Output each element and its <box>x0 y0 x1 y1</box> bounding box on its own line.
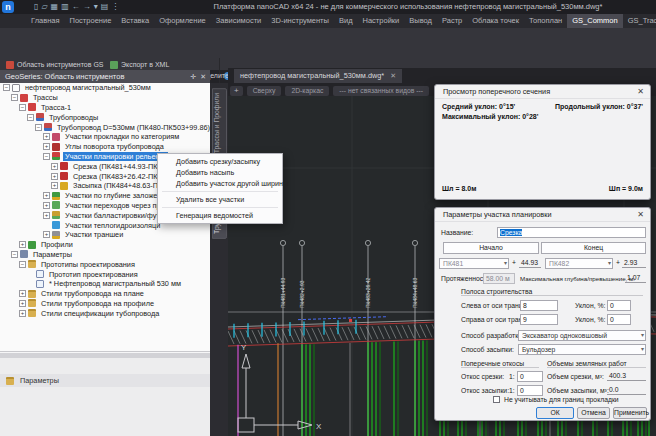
tree-expander[interactable]: + <box>43 143 50 150</box>
start-offset-field[interactable]: 44.93 <box>519 258 541 268</box>
document-tab[interactable]: нефтепровод магистральный_530мм.dwg* ✕ <box>234 69 402 83</box>
tree-item[interactable]: +Стили трубопровода на плане <box>0 289 210 299</box>
end-button[interactable]: Конец <box>541 242 646 254</box>
cancel-button[interactable]: Отмена <box>577 407 610 419</box>
menu-tab-3D-инструменты[interactable]: 3D-инструменты <box>266 14 334 28</box>
new-tab-button[interactable]: + <box>230 86 243 96</box>
tree-item[interactable]: +Участки прокладки по категориям <box>0 132 210 142</box>
ribbon-button[interactable]: Область инструментов GS <box>6 59 104 70</box>
context-menu-item[interactable]: Генерация ведомостей <box>158 210 282 221</box>
dev-method-combo[interactable]: Экскаватор одноковшовый▾ <box>518 330 646 341</box>
right-slope-input[interactable]: 0 <box>607 314 631 325</box>
end-station-combo[interactable]: ПК482▾ <box>545 258 613 269</box>
menu-tab-GS_Trace[interactable]: GS_Trace <box>623 14 656 28</box>
pin-icon[interactable]: ✛ <box>190 70 196 83</box>
menu-tab-Вставка[interactable]: Вставка <box>116 14 154 28</box>
history-dropdown-icon[interactable]: ▾ <box>94 0 98 14</box>
tree-item[interactable]: −Трубопровод D=530мм (ПК480-ПК503+99.86) <box>0 122 210 132</box>
tree-expander[interactable]: + <box>19 241 26 248</box>
tree-item[interactable]: +Профили <box>0 240 210 250</box>
context-menu-item[interactable]: Добавить срезку/засыпку <box>158 156 282 167</box>
name-input[interactable]: Срезка <box>497 227 646 238</box>
menu-tab-Облака точек[interactable]: Облака точек <box>467 14 524 28</box>
tree-item[interactable]: −нефтепровод магистральный_530мм <box>0 83 210 93</box>
ignore-bounds-checkbox[interactable]: Не учитывать для границ прокладки <box>493 396 619 403</box>
menu-tab-Вид[interactable]: Вид <box>334 14 358 28</box>
tree-expander[interactable]: + <box>19 300 26 307</box>
save-icon[interactable]: ▦ <box>51 0 59 14</box>
close-icon[interactable]: ✕ <box>637 87 644 96</box>
apply-button[interactable]: Применить <box>613 407 647 419</box>
start-station-combo[interactable]: ПК481▾ <box>439 258 509 269</box>
new-file-icon[interactable]: ▯ <box>34 0 38 14</box>
ribbon-button[interactable]: Экспорт в XML <box>110 59 169 70</box>
tree-item[interactable]: −Трубопроводы <box>0 112 210 122</box>
context-menu-item[interactable]: Добавить участок другой ширины <box>158 178 282 189</box>
fill-slope-input[interactable]: 0 <box>517 385 543 396</box>
tree-expander[interactable]: + <box>19 290 26 297</box>
menu-tab-Зависимости[interactable]: Зависимости <box>211 14 267 28</box>
tree-item[interactable]: −Параметры <box>0 250 210 260</box>
tree-expander[interactable]: − <box>11 94 18 101</box>
redo-icon[interactable]: → <box>83 0 91 14</box>
tree-expander[interactable]: − <box>35 124 42 131</box>
right-offset-input[interactable]: 9 <box>520 314 558 325</box>
tree-expander[interactable]: − <box>27 114 34 121</box>
start-button[interactable]: Начало <box>443 242 539 254</box>
tree-item[interactable]: +Стили трубопровода на профиле <box>0 299 210 309</box>
tree-expander[interactable]: + <box>43 231 50 238</box>
view-button---- нет связанных видов ---[interactable]: --- нет связанных видов --- <box>333 86 429 96</box>
menu-tab-Главная[interactable]: Главная <box>26 14 65 28</box>
cut-slope-input[interactable]: 0 <box>517 371 543 382</box>
tree-expander[interactable]: + <box>43 133 50 140</box>
tree-expander[interactable]: + <box>19 310 26 317</box>
menu-tab-Растр[interactable]: Растр <box>437 14 467 28</box>
menu-tab-Настройки[interactable]: Настройки <box>358 14 405 28</box>
menu-tab-Оформление[interactable]: Оформление <box>154 14 211 28</box>
view-button-2D-каркас[interactable]: 2D-каркас <box>285 86 329 96</box>
menu-tab-Топоплан[interactable]: Топоплан <box>524 14 567 28</box>
tree-expander[interactable]: + <box>43 202 50 209</box>
parameters-panel-header[interactable]: Параметры <box>0 374 210 387</box>
tree-expander[interactable]: − <box>43 153 50 160</box>
end-offset-field[interactable]: 2.93 <box>622 258 646 268</box>
print-icon[interactable]: ▤ <box>101 0 109 14</box>
tree-item[interactable]: +Участки траншеи <box>0 230 210 240</box>
side-tab-Трассы и Профили[interactable]: Трассы и Профили <box>212 88 227 158</box>
tree-expander[interactable]: + <box>51 182 58 189</box>
max-depth-field[interactable]: 1.07 <box>625 273 646 283</box>
tree-item[interactable]: −Прототипы проектирования <box>0 259 210 269</box>
context-menu-item[interactable]: Добавить насыпь <box>158 167 282 178</box>
tree-item[interactable]: Прототип проектирования <box>0 269 210 279</box>
tree-item[interactable]: −Трассы <box>0 93 210 103</box>
tree-expander[interactable]: + <box>51 163 58 170</box>
tree-expander[interactable]: − <box>3 84 10 91</box>
tree-expander[interactable]: + <box>43 192 50 199</box>
tool-panel-header[interactable]: GeoSeries: Область инструментов ✛ ✕ <box>0 70 210 83</box>
left-slope-input[interactable]: 0 <box>607 300 631 311</box>
tree-expander[interactable]: + <box>43 212 50 219</box>
tree-expander[interactable]: − <box>19 104 26 111</box>
save-all-icon[interactable]: ▥ <box>61 0 69 14</box>
panel-close-icon[interactable]: ✕ <box>200 70 206 83</box>
tree-item[interactable]: * Нефтепровод магистральный 530 мм <box>0 279 210 289</box>
fill-method-combo[interactable]: Бульдозер▾ <box>518 344 646 355</box>
context-menu-item[interactable]: Удалить все участки <box>158 194 282 205</box>
left-offset-input[interactable]: 8 <box>520 300 558 311</box>
tree-expander[interactable]: − <box>19 261 26 268</box>
undo-icon[interactable]: ← <box>72 0 80 14</box>
more-icon[interactable]: ⋮ <box>111 0 119 14</box>
close-icon[interactable]: ✕ <box>637 210 644 219</box>
tab-close-icon[interactable]: ✕ <box>390 69 396 83</box>
open-folder-icon[interactable]: ▱ <box>41 0 47 14</box>
menu-tab-GS_Common[interactable]: GS_Common <box>567 14 622 28</box>
tree-item[interactable]: +Углы поворота трубопровода <box>0 142 210 152</box>
menu-tab-Построение[interactable]: Построение <box>65 14 117 28</box>
view-button-Сверху[interactable]: Сверху <box>247 86 282 96</box>
tree-item[interactable]: −Трасса-1 <box>0 103 210 113</box>
tree-expander[interactable]: + <box>51 173 58 180</box>
ok-button[interactable]: ОК <box>536 407 574 419</box>
menu-tab-Вывод[interactable]: Вывод <box>404 14 437 28</box>
tree-expander[interactable]: − <box>11 251 18 258</box>
tree-item[interactable]: +Стили спецификации тубопровода <box>0 308 210 318</box>
